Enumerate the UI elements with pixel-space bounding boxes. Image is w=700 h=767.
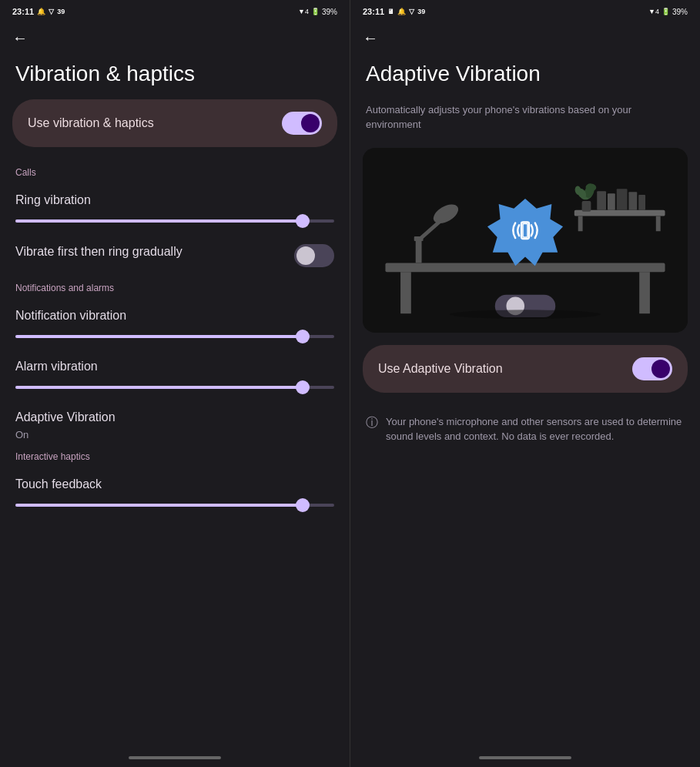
back-bar-right: ← (350, 22, 700, 52)
svg-rect-9 (617, 189, 628, 209)
adaptive-vibration-label: Adaptive Vibration (15, 410, 334, 424)
adaptive-vibration-item[interactable]: Adaptive Vibration On (0, 400, 350, 447)
main-toggle-label: Use vibration & haptics (28, 116, 154, 130)
adaptive-toggle-label: Use Adaptive Vibration (378, 362, 503, 376)
svg-rect-7 (597, 191, 606, 210)
touch-feedback-slider[interactable] (0, 502, 350, 517)
status-icons-left: ▼4 🔋 39% (298, 8, 337, 16)
home-indicator-right (350, 749, 700, 767)
page-title-left: Vibration & haptics (0, 52, 350, 99)
vibrate-first-toggle[interactable] (294, 244, 334, 267)
touch-feedback-label: Touch feedback (15, 477, 334, 491)
main-toggle-card[interactable]: Use vibration & haptics (12, 99, 337, 147)
ring-vibration-slider[interactable] (0, 218, 350, 233)
main-toggle-knob (301, 114, 320, 132)
svg-rect-6 (656, 216, 661, 231)
ring-vibration-item: Ring vibration (0, 183, 350, 218)
back-bar-left: ← (0, 22, 350, 52)
info-text: Your phone's microphone and other sensor… (386, 414, 685, 444)
notification-vibration-item: Notification vibration (0, 298, 350, 333)
adaptive-vibration-subtitle: On (15, 429, 334, 440)
svg-rect-1 (385, 263, 665, 272)
alarm-vibration-slider[interactable] (0, 384, 350, 400)
touch-feedback-item: Touch feedback (0, 467, 350, 502)
notification-vibration-slider[interactable] (0, 333, 350, 349)
vibrate-first-label: Vibrate first then ring gradually (15, 245, 183, 259)
page-title-right: Adaptive Vibration (350, 52, 700, 99)
svg-rect-3 (639, 272, 650, 313)
adaptive-toggle-card[interactable]: Use Adaptive Vibration (363, 345, 688, 393)
scroll-area-right[interactable]: Automatically adjusts your phone's vibra… (350, 99, 700, 749)
info-icon: ⓘ (366, 415, 378, 431)
svg-rect-10 (628, 192, 637, 210)
adaptive-illustration (363, 148, 688, 333)
status-time-right: 23:11 🖥 🔔 ▽ 39 (363, 7, 425, 16)
scroll-area-left[interactable]: Use vibration & haptics Calls Ring vibra… (0, 99, 350, 749)
main-toggle-switch[interactable] (282, 112, 322, 135)
status-bar-left: 23:11 🔔 ▽ 39 ▼4 🔋 39% (0, 0, 350, 22)
alarm-vibration-item: Alarm vibration (0, 349, 350, 384)
info-row: ⓘ Your phone's microphone and other sens… (350, 408, 700, 454)
svg-rect-18 (416, 240, 422, 263)
svg-rect-8 (608, 193, 615, 210)
status-icons-right: ▼4 🔋 39% (648, 8, 688, 16)
svg-rect-12 (582, 201, 591, 212)
back-button-right[interactable]: ← (363, 29, 378, 46)
alarm-vibration-label: Alarm vibration (15, 360, 334, 373)
vibrate-first-knob (296, 246, 315, 265)
adaptive-description: Automatically adjusts your phone's vibra… (350, 99, 700, 142)
adaptive-toggle-knob (651, 360, 670, 378)
svg-rect-11 (638, 195, 645, 210)
right-screen: 23:11 🖥 🔔 ▽ 39 ▼4 🔋 39% ← Adaptive Vibra… (350, 0, 700, 767)
svg-rect-5 (578, 216, 583, 231)
section-calls: Calls (0, 162, 350, 183)
back-button-left[interactable]: ← (12, 29, 28, 46)
desk-scene-svg (363, 148, 688, 333)
section-haptics: Interactive haptics (0, 447, 350, 467)
left-screen: 23:11 🔔 ▽ 39 ▼4 🔋 39% ← Vibration & hapt… (0, 0, 350, 767)
vibrate-first-row[interactable]: Vibrate first then ring gradually (0, 233, 350, 278)
svg-rect-2 (400, 272, 411, 313)
section-notifications: Notifications and alarms (0, 278, 350, 298)
status-bar-right: 23:11 🖥 🔔 ▽ 39 ▼4 🔋 39% (350, 0, 700, 22)
home-indicator-left (0, 749, 350, 767)
adaptive-toggle-switch[interactable] (632, 357, 672, 380)
ring-vibration-label: Ring vibration (15, 193, 334, 207)
svg-point-27 (450, 310, 601, 319)
status-time-left: 23:11 🔔 ▽ 39 (12, 7, 65, 16)
notification-vibration-label: Notification vibration (15, 309, 334, 323)
